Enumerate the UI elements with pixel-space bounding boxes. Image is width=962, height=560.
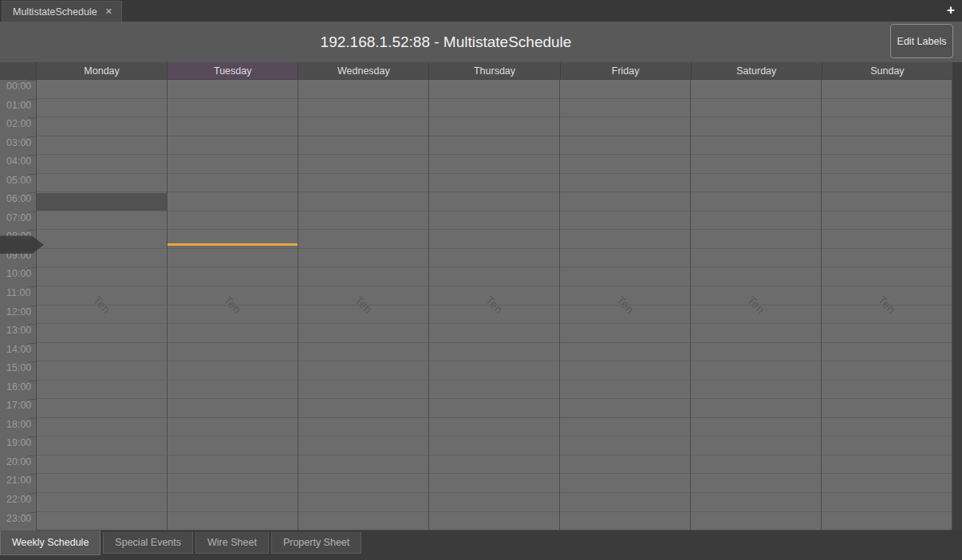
schedule-cell[interactable] <box>691 305 821 324</box>
schedule-cell[interactable] <box>37 98 167 117</box>
schedule-cell[interactable] <box>560 305 690 324</box>
schedule-cell[interactable] <box>168 248 298 267</box>
schedule-cell[interactable] <box>822 154 952 173</box>
schedule-cell[interactable] <box>168 266 298 286</box>
day-column-wednesday[interactable]: Ten <box>298 80 428 530</box>
schedule-cell[interactable] <box>168 455 298 474</box>
day-column-friday[interactable]: Ten <box>559 80 690 530</box>
day-column-tuesday[interactable]: Ten <box>167 80 298 530</box>
schedule-cell[interactable] <box>560 361 690 380</box>
tab-special-events[interactable]: Special Events <box>103 532 193 554</box>
schedule-cell[interactable] <box>429 417 559 436</box>
schedule-cell[interactable] <box>560 154 690 173</box>
schedule-cell[interactable] <box>298 305 428 324</box>
schedule-cell[interactable] <box>822 342 952 361</box>
day-column-sunday[interactable]: Ten <box>821 80 952 530</box>
schedule-cell[interactable] <box>298 436 428 455</box>
schedule-cell[interactable] <box>822 98 952 117</box>
schedule-cell[interactable] <box>298 473 428 492</box>
schedule-cell[interactable] <box>691 98 821 117</box>
schedule-cell[interactable] <box>37 80 167 98</box>
schedule-cell[interactable] <box>37 211 167 230</box>
schedule-cell[interactable] <box>560 191 690 211</box>
schedule-cell[interactable] <box>298 80 428 98</box>
schedule-cell[interactable] <box>560 266 690 286</box>
schedule-cell[interactable] <box>168 398 298 417</box>
schedule-cell[interactable] <box>560 398 690 417</box>
day-header-sunday[interactable]: Sunday <box>822 62 952 79</box>
schedule-cell[interactable] <box>429 286 559 305</box>
schedule-cell[interactable] <box>37 380 167 399</box>
schedule-cell[interactable] <box>37 361 167 380</box>
schedule-cell[interactable] <box>822 229 952 248</box>
schedule-cell[interactable] <box>560 455 690 474</box>
edit-labels-button[interactable]: Edit Labels <box>890 24 953 58</box>
schedule-cell[interactable] <box>429 98 559 117</box>
schedule-cell[interactable] <box>37 116 167 136</box>
schedule-cell[interactable] <box>691 211 821 230</box>
schedule-cell[interactable] <box>560 436 690 455</box>
schedule-cell[interactable] <box>560 380 690 399</box>
schedule-cell[interactable] <box>168 116 298 136</box>
schedule-cell[interactable] <box>822 286 952 305</box>
schedule-cell[interactable] <box>37 417 167 436</box>
schedule-cell[interactable] <box>822 248 952 267</box>
schedule-cell[interactable] <box>429 305 559 324</box>
schedule-cell[interactable] <box>822 266 952 286</box>
schedule-cell[interactable] <box>298 492 428 511</box>
schedule-cell[interactable] <box>429 173 559 192</box>
schedule-cell[interactable] <box>822 323 952 342</box>
schedule-cell[interactable] <box>691 361 821 380</box>
schedule-cell[interactable] <box>691 380 821 399</box>
tab-wire-sheet[interactable]: Wire Sheet <box>195 532 269 554</box>
schedule-cell[interactable] <box>822 305 952 324</box>
schedule-cell[interactable] <box>168 211 298 230</box>
schedule-cell[interactable] <box>37 398 167 417</box>
schedule-cell[interactable] <box>168 286 298 305</box>
schedule-cell[interactable] <box>691 173 821 192</box>
schedule-cell[interactable] <box>691 229 821 248</box>
schedule-cell[interactable] <box>691 511 821 530</box>
schedule-cell[interactable] <box>168 436 298 455</box>
schedule-cell[interactable] <box>822 492 952 511</box>
schedule-cell[interactable] <box>822 136 952 155</box>
schedule-cell[interactable] <box>822 116 952 136</box>
schedule-cell[interactable] <box>298 361 428 380</box>
schedule-cell[interactable] <box>429 380 559 399</box>
schedule-cell[interactable] <box>560 473 690 492</box>
schedule-cell[interactable] <box>429 361 559 380</box>
schedule-cell[interactable] <box>429 154 559 173</box>
schedule-cell[interactable] <box>37 436 167 455</box>
schedule-cell[interactable] <box>37 492 167 511</box>
schedule-cell[interactable] <box>298 248 428 267</box>
schedule-cell[interactable] <box>298 136 428 155</box>
schedule-cell[interactable] <box>168 492 298 511</box>
day-column-monday[interactable]: Ten <box>36 80 167 530</box>
view-tab-multistateschedule[interactable]: MultistateSchedule ✕ <box>2 1 122 22</box>
schedule-cell[interactable] <box>691 80 821 98</box>
schedule-cell[interactable] <box>298 154 428 173</box>
schedule-cell[interactable] <box>691 248 821 267</box>
schedule-cell[interactable] <box>560 286 690 305</box>
schedule-cell[interactable] <box>298 398 428 417</box>
schedule-cell[interactable] <box>168 361 298 380</box>
schedule-cell[interactable] <box>822 191 952 211</box>
schedule-cell[interactable] <box>560 417 690 436</box>
schedule-cell[interactable] <box>691 436 821 455</box>
schedule-cell[interactable] <box>168 80 298 98</box>
schedule-cell[interactable] <box>691 116 821 136</box>
schedule-cell[interactable] <box>429 211 559 230</box>
schedule-cell[interactable] <box>560 136 690 155</box>
schedule-cell[interactable] <box>691 492 821 511</box>
day-column-saturday[interactable]: Ten <box>690 80 821 530</box>
schedule-cell[interactable] <box>822 211 952 230</box>
tab-property-sheet[interactable]: Property Sheet <box>271 532 361 554</box>
schedule-cell[interactable] <box>822 80 952 98</box>
schedule-cell[interactable] <box>560 229 690 248</box>
schedule-cell[interactable] <box>37 136 167 155</box>
schedule-cell[interactable] <box>298 191 428 211</box>
schedule-cell[interactable] <box>691 266 821 286</box>
schedule-cell[interactable] <box>298 342 428 361</box>
schedule-cell[interactable] <box>298 211 428 230</box>
schedule-cell[interactable] <box>822 511 952 530</box>
